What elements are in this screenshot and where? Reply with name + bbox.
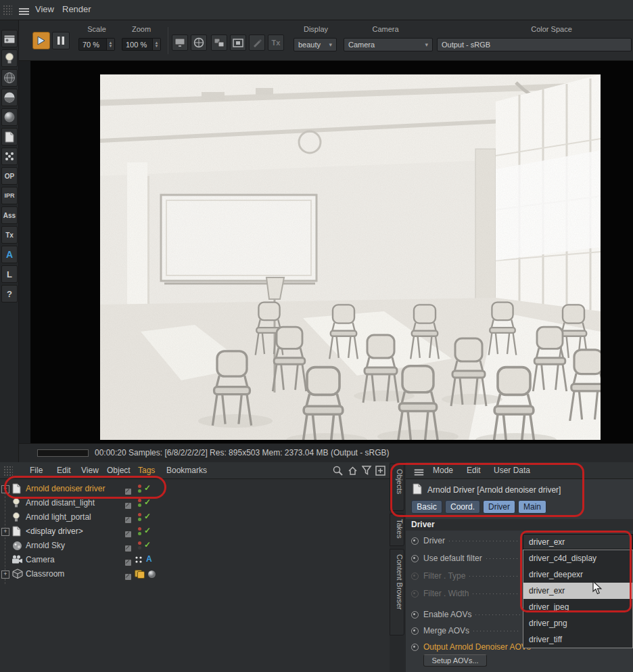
object-label[interactable]: Classroom [26,569,64,579]
arnold-tag-icon[interactable]: A [146,554,152,564]
menu-view[interactable]: View [35,4,54,14]
check-icon[interactable]: ✓ [144,512,151,521]
object-row[interactable]: Arnold light_portal ✓ [0,510,379,524]
check-icon[interactable]: ✓ [144,526,151,535]
split-view-button[interactable] [211,35,227,51]
enable-toggle[interactable] [124,502,132,510]
setup-aovs-button[interactable]: Setup AOVs... [423,654,487,667]
help-button[interactable]: ? [1,285,18,303]
filter-icon[interactable] [362,466,372,475]
plus-icon[interactable] [375,466,385,476]
camera-select[interactable]: Camera ▾ [344,38,433,51]
visibility-dots[interactable] [138,513,141,521]
check-icon[interactable]: ✓ [144,497,151,507]
render-viewport[interactable] [30,61,633,443]
object-label[interactable]: Camera [26,555,55,564]
object-row[interactable]: + <display driver> ✓ [0,524,379,538]
object-row[interactable]: + Arnold denoiser driver ✓ [0,482,379,495]
display-select[interactable]: beauty ▾ [294,38,337,51]
option-driver-exr[interactable]: driver_exr [523,583,632,599]
window-grip[interactable] [3,5,12,16]
fullscreen-button[interactable] [230,35,246,51]
enable-toggle[interactable] [124,545,132,552]
texture-tag-icon[interactable] [137,571,145,579]
menu-render[interactable]: Render [62,4,91,14]
search-icon[interactable] [333,466,343,476]
panel-grip[interactable] [3,466,13,476]
tab-coord[interactable]: Coord. [445,500,480,514]
hamburger-icon[interactable] [19,7,29,16]
om-menu-file[interactable]: File [30,466,43,475]
play-button[interactable] [32,32,50,49]
enable-toggle[interactable] [124,516,132,524]
key-radio-icon[interactable] [411,627,419,635]
scale-stepper[interactable]: 70 % ▲▼ [78,38,115,51]
option-driver-c4d-display[interactable]: driver_c4d_display [523,550,632,566]
monitor-button[interactable] [172,35,188,51]
object-label[interactable]: Arnold distant_light [26,498,95,508]
key-radio-icon[interactable] [411,644,419,651]
am-menu-edit[interactable]: Edit [467,466,481,475]
zoom-stepper[interactable]: 100 % ▲▼ [122,38,161,51]
l-button[interactable]: L [1,265,18,283]
shader-ball-button[interactable] [1,89,18,106]
object-row[interactable]: Arnold distant_light ✓ [0,496,379,510]
enable-toggle[interactable] [124,488,132,495]
panel-tab-objects[interactable]: Objects [390,464,404,511]
key-radio-icon[interactable] [411,611,419,619]
om-menu-view[interactable]: View [81,466,99,475]
object-row[interactable]: Arnold Sky ✓ [0,539,379,552]
om-menu-edit[interactable]: Edit [57,466,71,475]
check-icon[interactable]: ✓ [144,483,151,493]
tx-toggle-button[interactable]: Tx [268,35,284,51]
object-label[interactable]: Arnold light_portal [26,512,91,522]
object-label[interactable]: Arnold Sky [26,541,65,550]
material-tag-icon[interactable] [147,570,156,579]
tab-main[interactable]: Main [518,500,546,514]
enable-toggle[interactable] [124,531,132,538]
expand-toggle[interactable]: + [1,485,9,493]
enable-toggle[interactable] [124,559,132,566]
visibility-dots[interactable] [138,499,141,507]
home-icon[interactable] [348,466,358,476]
tab-driver[interactable]: Driver [483,500,515,514]
scene-button[interactable] [1,30,18,47]
pen-button[interactable] [249,35,265,51]
om-menu-tags[interactable]: Tags [138,466,155,475]
option-driver-png[interactable]: driver_png [523,615,632,631]
panel-tab-content-browser[interactable]: Content Browser [390,549,404,635]
enable-toggle[interactable] [124,573,132,581]
expand-toggle[interactable]: + [1,570,9,579]
key-radio-icon[interactable] [411,555,419,562]
am-menu-mode[interactable]: Mode [433,466,453,475]
object-row[interactable]: Camera A [0,553,379,566]
sphere-button[interactable] [1,108,18,126]
arnold-button[interactable]: A [1,246,18,263]
om-menu-object[interactable]: Object [107,466,131,475]
stepper-arrows-icon[interactable]: ▲▼ [152,39,160,50]
option-driver-tiff[interactable]: driver_tiff [523,631,632,648]
expand-toggle[interactable]: + [1,528,9,536]
globe-button[interactable] [191,35,207,51]
visibility-dots[interactable] [138,527,141,535]
op-button[interactable]: OP [1,167,18,185]
option-driver-deepexr[interactable]: driver_deepexr [523,566,632,583]
object-label[interactable]: Arnold denoiser driver [26,484,105,493]
visibility-dots[interactable] [138,485,141,493]
ipr-button[interactable]: IPR [1,187,18,204]
key-radio-icon[interactable] [411,537,419,545]
stepper-arrows-icon[interactable]: ▲▼ [106,39,114,50]
option-driver-jpeg[interactable]: driver_jpeg [523,599,632,615]
display-tag-icon[interactable] [135,556,143,564]
light-button[interactable] [1,49,18,67]
driver-select[interactable]: driver_exr [523,534,633,550]
ass-button[interactable]: Ass [1,206,18,224]
noise-button[interactable] [1,148,18,165]
tx-button[interactable]: Tx [1,226,18,244]
tab-basic[interactable]: Basic [411,500,442,514]
colorspace-select[interactable]: Output - sRGB [437,38,632,51]
page-button[interactable] [1,128,18,145]
am-menu-userdata[interactable]: User Data [494,466,530,475]
visibility-dots[interactable] [138,541,141,550]
sky-button[interactable] [1,69,18,87]
